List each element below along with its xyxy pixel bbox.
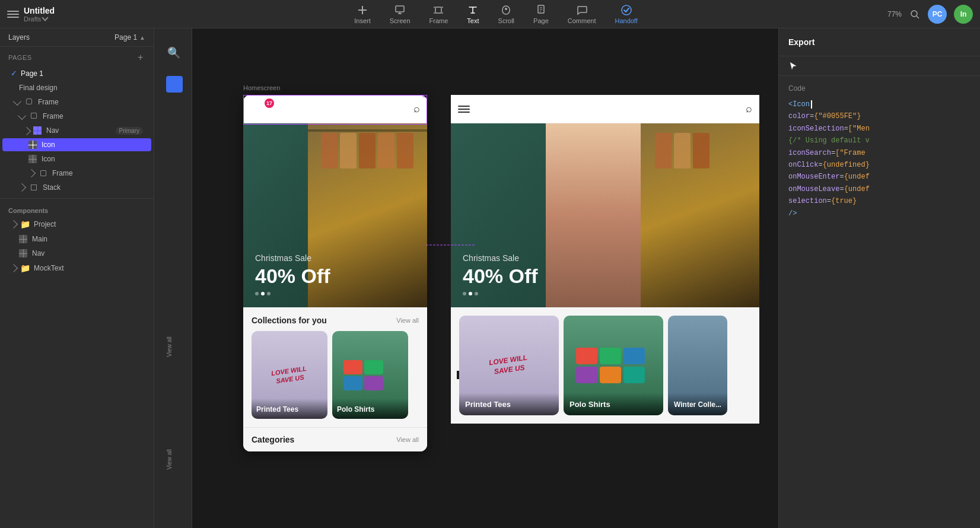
handoff-icon xyxy=(621,4,632,16)
svg-point-16 xyxy=(622,5,631,15)
svg-point-17 xyxy=(911,11,917,17)
check-icon: ✓ xyxy=(11,69,17,78)
code-line-9: selection={true} xyxy=(788,195,971,207)
code-line-7: onMouseEnter={undef xyxy=(788,171,971,183)
svg-rect-2 xyxy=(396,6,404,12)
toolbar-center: Insert Screen Frame Text xyxy=(138,2,854,27)
hamburger-icon[interactable] xyxy=(7,8,19,20)
product-cards-2: LOVE WILLSAVE US Printed Tees xyxy=(459,316,751,415)
collections-section-2: LOVE WILLSAVE US Printed Tees xyxy=(451,307,759,424)
product-card-printed-tees[interactable]: LOVE WILLSAVE US Printed Tees xyxy=(252,331,327,419)
product-cards-1: LOVE WILLSAVE US Printed Tees xyxy=(252,331,419,419)
screen-icon xyxy=(394,4,406,16)
sidebar-item-main[interactable]: Main xyxy=(2,233,151,246)
app-subtitle[interactable]: Drafts xyxy=(24,15,55,23)
scroll-icon xyxy=(500,4,512,16)
sidebar-item-mocktext[interactable]: 📁 MockText xyxy=(2,261,151,275)
phone2-hero: Christmas Sale 40% Off xyxy=(451,123,759,307)
sidebar-item-final-design[interactable]: Final design xyxy=(2,81,151,94)
components-header: Components xyxy=(0,202,154,217)
svg-rect-5 xyxy=(435,7,441,13)
pages-section-header: Pages + xyxy=(0,47,154,66)
sidebar-item-frame-inner[interactable]: Frame xyxy=(2,110,151,123)
strip-view-all-2[interactable]: View all xyxy=(166,449,173,469)
sidebar-item-frame-outer[interactable]: Frame xyxy=(2,96,151,109)
phone2-menu-icon[interactable] xyxy=(458,106,470,113)
product-card-polo-shirts[interactable]: Polo Shirts xyxy=(332,331,408,419)
winter-colle-label: Winter Colle... xyxy=(674,400,721,409)
sidebar-item-stack[interactable]: Stack xyxy=(2,181,151,194)
nav-count-badge: 17 xyxy=(265,98,274,108)
product-card-2-tees[interactable]: LOVE WILLSAVE US Printed Tees xyxy=(459,316,559,415)
strip-view-all-1[interactable]: View all xyxy=(166,336,173,357)
categories-title-1: Categories xyxy=(252,435,294,444)
strip-search-icon[interactable]: 🔍 xyxy=(167,46,180,59)
hero-discount-1: 40% Off xyxy=(255,265,415,287)
sidebar-item-nav[interactable]: Nav Primary xyxy=(2,124,151,137)
navcomp-grid-icon xyxy=(19,249,27,257)
frame-label-homescreen: Homescreen xyxy=(243,84,280,91)
phone-nav-2: ⌕ xyxy=(451,95,759,123)
selection-marker: 737 xyxy=(422,95,427,97)
phone-frame-1: ⌕ 17 737 xyxy=(243,95,427,451)
screen-button[interactable]: Screen xyxy=(381,2,419,27)
sidebar-divider xyxy=(0,198,154,199)
right-panel: Export Code <Icon color={"#0055FE"} icon… xyxy=(778,28,980,528)
printed-tees-label-2: Printed Tees xyxy=(465,400,511,409)
sidebar-item-icon-active[interactable]: Icon xyxy=(2,138,151,151)
search-icon[interactable] xyxy=(909,8,921,20)
avatar-pc[interactable]: PC xyxy=(928,5,947,24)
hero-sale-text-1: Christmas Sale xyxy=(255,253,415,263)
comment-button[interactable]: Comment xyxy=(559,2,604,27)
code-line-1: <Icon xyxy=(788,98,971,110)
sidebar-item-project[interactable]: 📁 Project xyxy=(2,217,151,231)
code-section: Code <Icon color={"#0055FE"} iconSelecti… xyxy=(779,76,980,228)
frame-icon xyxy=(432,4,444,16)
app-title-name: Untitled xyxy=(24,6,55,15)
canvas: 🔍 View all View all Homescreen ⌕ 17 xyxy=(154,28,778,528)
page-indicator[interactable]: Page 1 ▲ xyxy=(114,33,145,42)
phone2-search-icon[interactable]: ⌕ xyxy=(746,103,752,115)
sidebar-item-icon-2[interactable]: Icon xyxy=(2,152,151,166)
avatar-in[interactable]: In xyxy=(954,5,973,24)
main-grid-icon xyxy=(19,235,27,243)
sidebar-item-nav-comp[interactable]: Nav xyxy=(2,247,151,260)
comment-icon xyxy=(576,4,588,16)
nav-expand-icon xyxy=(23,127,31,135)
collections-section-1: Collections for you View all LOVE WILLSA… xyxy=(243,307,427,427)
cursor-area xyxy=(779,56,980,76)
handoff-button[interactable]: Handoff xyxy=(606,2,645,27)
insert-button[interactable]: Insert xyxy=(346,2,379,27)
categories-view-all-1[interactable]: View all xyxy=(396,436,419,443)
phone-search-icon[interactable]: ⌕ xyxy=(413,103,420,115)
chevron-down-icon xyxy=(42,14,49,21)
product-card-2-polo[interactable]: Polo Shirts xyxy=(564,316,663,415)
hero2-sale-text: Christmas Sale xyxy=(463,253,747,263)
scroll-button[interactable]: Scroll xyxy=(490,2,523,27)
phone-menu-icon[interactable] xyxy=(250,95,265,123)
project-expand-icon xyxy=(9,220,18,228)
product-card-2-winter[interactable]: Winter Colle... xyxy=(668,316,727,415)
sidebar-item-frame-3[interactable]: Frame xyxy=(2,167,151,180)
sidebar: Layers Page 1 ▲ Pages + ✓ Page 1 Final d… xyxy=(0,28,154,528)
hero2-discount: 40% Off xyxy=(463,265,747,287)
right-panel-header: Export xyxy=(779,28,980,56)
view-all-1[interactable]: View all xyxy=(396,317,419,324)
text-button[interactable]: Text xyxy=(459,2,487,27)
toolbar-left: Untitled Drafts xyxy=(7,6,138,23)
carousel-dots-1 xyxy=(255,292,415,295)
phone-frame-2: ⌕ Christmas Sale 40% Of xyxy=(451,95,759,424)
frame-button[interactable]: Frame xyxy=(421,2,457,27)
folder-icon: 📁 xyxy=(20,220,30,229)
add-page-button[interactable]: + xyxy=(136,53,145,62)
categories-section-1: Categories View all xyxy=(243,427,427,451)
narrow-strip: 🔍 View all View all xyxy=(154,28,192,528)
carousel-dots-2 xyxy=(463,292,747,295)
nav-grid-icon xyxy=(33,126,42,135)
page-button[interactable]: Page xyxy=(525,2,557,27)
zoom-level[interactable]: 77% xyxy=(887,10,902,18)
sidebar-item-page1[interactable]: ✓ Page 1 xyxy=(2,66,151,80)
frame-icon xyxy=(26,98,32,104)
code-line-3: iconSelection=["Men xyxy=(788,123,971,135)
export-title: Export xyxy=(788,37,814,47)
